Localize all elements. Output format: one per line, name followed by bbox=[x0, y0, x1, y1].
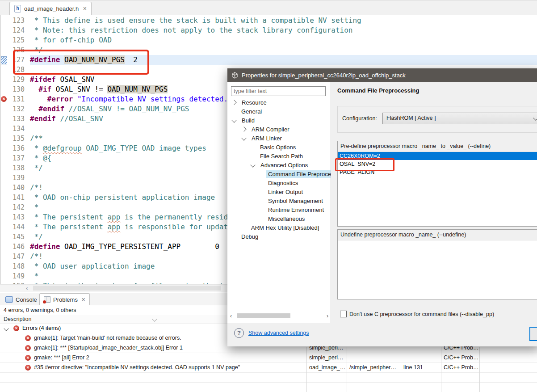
line-number: 131 bbox=[8, 94, 26, 104]
expand-arrow-icon[interactable] bbox=[231, 100, 236, 105]
problem-resource: simple_peri… bbox=[309, 354, 343, 361]
help-icon[interactable]: ? bbox=[234, 328, 244, 338]
line-number: 132 bbox=[8, 104, 26, 114]
annotation-box-define bbox=[13, 50, 149, 75]
annotation-ruler bbox=[0, 173, 8, 183]
column-divider[interactable] bbox=[306, 347, 307, 392]
tree-item-label: File Search Path bbox=[258, 152, 305, 160]
line-number: 135 bbox=[8, 134, 26, 143]
checkbox[interactable] bbox=[340, 311, 347, 317]
scroll-left-icon[interactable]: ‹ bbox=[230, 313, 232, 319]
dialog-title: Properties for simple_peripheral_cc2640r… bbox=[242, 72, 406, 79]
editor-tab[interactable]: h oad_image_header.h ✕ bbox=[9, 2, 92, 15]
tree-item-linker-output[interactable]: Linker Output bbox=[227, 187, 331, 196]
annotation-ruler bbox=[0, 143, 8, 153]
problems-row[interactable]: ✕gmake: *** [all] Error 2simple_peri…C/C… bbox=[0, 353, 537, 363]
chevron-down-icon bbox=[533, 115, 537, 120]
scrollbar-thumb[interactable] bbox=[237, 313, 290, 318]
line-number: 138 bbox=[8, 163, 26, 173]
line-number: 133 bbox=[8, 114, 26, 124]
code-line: 123 * This define is used ensure the sta… bbox=[0, 16, 537, 25]
tree-item-command-file-preprocessing[interactable]: Command File Preprocessing bbox=[227, 169, 331, 178]
code-text: * Note: this restriction does not apply … bbox=[30, 25, 537, 35]
line-number: 145 bbox=[8, 232, 26, 242]
line-number: 123 bbox=[8, 16, 26, 25]
column-divider[interactable] bbox=[347, 347, 347, 392]
tab-problems-label: Problems bbox=[53, 296, 78, 303]
annotation-ruler bbox=[0, 232, 8, 242]
tree-item-general[interactable]: General bbox=[227, 107, 331, 116]
expand-arrow-icon[interactable] bbox=[241, 126, 246, 131]
tab-console[interactable]: Console bbox=[5, 294, 37, 305]
tree-horizontal-scrollbar[interactable]: ‹ › bbox=[230, 313, 328, 319]
predefine-list-header: Pre-define preprocessor macro _name_ to … bbox=[338, 141, 537, 152]
ok-button[interactable] bbox=[529, 327, 537, 341]
tree-item-file-search-path[interactable]: File Search Path bbox=[227, 152, 331, 160]
tab-close-icon[interactable]: ✕ bbox=[81, 297, 85, 303]
disable-pp-checkbox-row[interactable]: Don't use C preprocessor for command fil… bbox=[340, 311, 494, 317]
configuration-dropdown[interactable]: FlashROM [ Active ] bbox=[382, 113, 537, 124]
filter-input[interactable] bbox=[231, 86, 326, 96]
collapse-arrow-icon[interactable] bbox=[241, 135, 246, 140]
annotation-ruler bbox=[0, 242, 8, 252]
panel-sash[interactable] bbox=[331, 82, 331, 346]
line-number: 140 bbox=[8, 183, 26, 193]
show-advanced-settings-link[interactable]: Show advanced settings bbox=[248, 330, 309, 336]
annotation-ruler bbox=[0, 222, 8, 232]
annotation-ruler bbox=[0, 124, 8, 134]
configuration-label: Configuration: bbox=[342, 115, 377, 122]
error-icon: ✕ bbox=[25, 345, 31, 351]
tree-item-label: Basic Options bbox=[258, 143, 298, 151]
chevron-down-icon[interactable] bbox=[152, 316, 157, 321]
error-icon: ✕ bbox=[25, 365, 31, 371]
problem-location: line 131 bbox=[403, 364, 423, 371]
scrollbar-thumb[interactable] bbox=[33, 286, 221, 291]
tree-item-diagnostics[interactable]: Diagnostics bbox=[227, 178, 331, 187]
scroll-right-icon[interactable]: › bbox=[327, 313, 328, 319]
collapse-arrow-icon[interactable] bbox=[250, 162, 255, 167]
tree-item-arm-compiler[interactable]: ARM Compiler bbox=[227, 125, 331, 134]
tree-item-build[interactable]: Build bbox=[227, 116, 331, 125]
annotation-ruler bbox=[0, 271, 8, 281]
line-number: 137 bbox=[8, 153, 26, 163]
line-number: 146 bbox=[8, 242, 26, 252]
problems-empty-row bbox=[0, 383, 537, 392]
annotation-ruler bbox=[0, 55, 8, 65]
tree-item-label: ARM Compiler bbox=[250, 126, 291, 133]
checkbox-label: Don't use C preprocessor for command fil… bbox=[349, 311, 494, 317]
annotation-ruler bbox=[0, 183, 8, 193]
tree-item-arm-linker[interactable]: ARM Linker bbox=[227, 134, 331, 143]
line-number: 125 bbox=[8, 35, 26, 45]
tree-item-miscellaneous[interactable]: Miscellaneous bbox=[227, 214, 331, 223]
tree-item-advanced-options[interactable]: Advanced Options bbox=[227, 160, 331, 169]
description-header-label: Description bbox=[4, 316, 32, 322]
collapse-arrow-icon[interactable] bbox=[231, 118, 236, 122]
tree-item-resource[interactable]: Resource bbox=[227, 98, 331, 107]
tab-close-icon[interactable]: ✕ bbox=[83, 6, 87, 12]
column-divider[interactable] bbox=[479, 347, 480, 392]
problems-row[interactable]: ✕#35 #error directive: "Incompatible NV … bbox=[0, 363, 537, 373]
line-number: 134 bbox=[8, 124, 26, 134]
line-number: 142 bbox=[8, 202, 26, 212]
column-divider[interactable] bbox=[441, 347, 441, 392]
tree-item-label: ARM Hex Utility [Disabled] bbox=[249, 224, 321, 232]
scroll-left-icon[interactable]: ‹ bbox=[26, 285, 28, 291]
tree-item-label: Advanced Options bbox=[259, 161, 310, 169]
settings-tree: ResourceGeneralBuildARM CompilerARM Link… bbox=[227, 98, 331, 308]
tree-item-debug[interactable]: Debug bbox=[227, 232, 331, 241]
tab-problems[interactable]: Problems ✕ bbox=[39, 293, 90, 305]
properties-dialog-icon bbox=[231, 72, 238, 79]
collapse-arrow-icon[interactable] bbox=[4, 326, 8, 331]
tree-item-label: Linker Output bbox=[266, 188, 305, 196]
tree-item-label: Diagnostics bbox=[266, 179, 300, 187]
tree-item-arm-hex-utility-disabled[interactable]: ARM Hex Utility [Disabled] bbox=[227, 223, 331, 232]
column-divider[interactable] bbox=[401, 347, 401, 392]
problem-type: C/C++ Prob… bbox=[444, 364, 479, 371]
annotation-ruler bbox=[0, 212, 8, 222]
dialog-title-bar[interactable]: Properties for simple_peripheral_cc2640r… bbox=[227, 68, 537, 82]
line-number: 149 bbox=[8, 271, 26, 281]
tree-item-basic-options[interactable]: Basic Options bbox=[227, 143, 331, 152]
tree-item-symbol-management[interactable]: Symbol Management bbox=[227, 196, 331, 205]
line-number: 141 bbox=[8, 193, 26, 202]
tree-item-runtime-environment[interactable]: Runtime Environment bbox=[227, 205, 331, 214]
